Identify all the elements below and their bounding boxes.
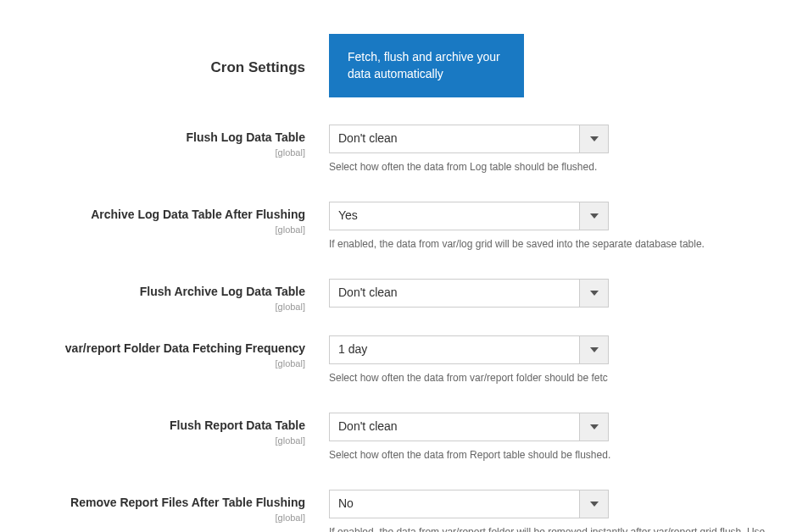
flush-report-label: Flush Report Data Table bbox=[0, 418, 305, 433]
remove-report-label: Remove Report Files After Table Flushing bbox=[0, 495, 305, 510]
dropdown-arrow-icon bbox=[579, 490, 608, 518]
flush-report-select[interactable]: Don't clean bbox=[329, 413, 609, 441]
scope-label: [global] bbox=[0, 302, 305, 312]
section-banner: Fetch, flush and archive your data autom… bbox=[329, 34, 524, 97]
report-freq-note: Select how often the data from var/repor… bbox=[329, 371, 770, 385]
flush-report-note: Select how often the data from Report ta… bbox=[329, 448, 770, 463]
archive-log-select[interactable]: Yes bbox=[329, 202, 609, 230]
scope-label: [global] bbox=[0, 224, 305, 235]
dropdown-arrow-icon bbox=[579, 202, 608, 230]
flush-report-value: Don't clean bbox=[330, 413, 579, 441]
archive-log-value: Yes bbox=[330, 202, 579, 230]
section-title: Cron Settings bbox=[0, 39, 305, 76]
archive-log-label: Archive Log Data Table After Flushing bbox=[0, 207, 305, 222]
flush-archive-value: Don't clean bbox=[330, 280, 579, 307]
remove-report-note: If enabled, the data from var/report fol… bbox=[329, 525, 770, 532]
flush-log-value: Don't clean bbox=[330, 125, 579, 152]
remove-report-select[interactable]: No bbox=[329, 490, 609, 518]
dropdown-arrow-icon bbox=[579, 125, 608, 152]
report-freq-label: var/report Folder Data Fetching Frequenc… bbox=[0, 341, 305, 356]
flush-log-label: Flush Log Data Table bbox=[0, 130, 305, 145]
scope-label: [global] bbox=[0, 513, 305, 523]
dropdown-arrow-icon bbox=[579, 336, 608, 363]
scope-label: [global] bbox=[0, 358, 305, 369]
flush-archive-select[interactable]: Don't clean bbox=[329, 279, 609, 308]
archive-log-note: If enabled, the data from var/log grid w… bbox=[329, 237, 770, 252]
dropdown-arrow-icon bbox=[579, 413, 608, 441]
flush-log-note: Select how often the data from Log table… bbox=[329, 160, 770, 175]
scope-label: [global] bbox=[0, 435, 305, 446]
scope-label: [global] bbox=[0, 147, 305, 158]
report-freq-select[interactable]: 1 day bbox=[329, 335, 609, 364]
remove-report-value: No bbox=[330, 490, 579, 518]
dropdown-arrow-icon bbox=[579, 280, 608, 307]
report-freq-value: 1 day bbox=[330, 336, 579, 363]
flush-archive-label: Flush Archive Log Data Table bbox=[0, 284, 305, 299]
flush-log-select[interactable]: Don't clean bbox=[329, 125, 609, 153]
